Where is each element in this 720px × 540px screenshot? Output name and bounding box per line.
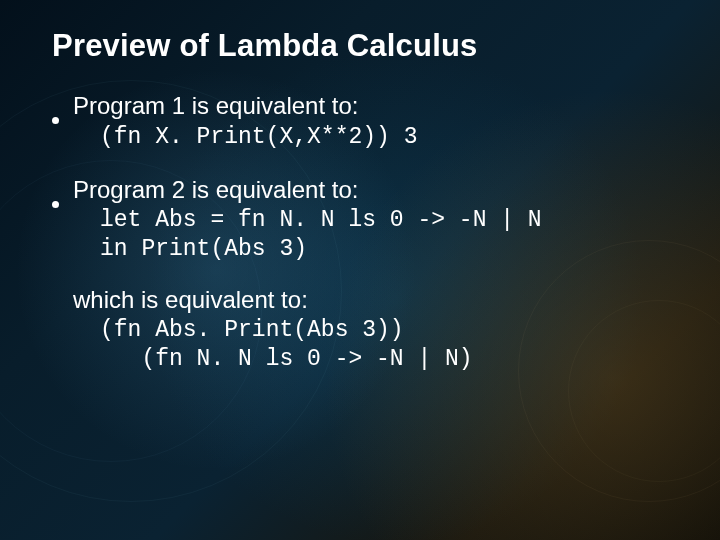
code-block: let Abs = fn N. N ls 0 -> -N | N in Prin…: [100, 206, 672, 264]
bullet-dot-icon: [52, 201, 59, 208]
bullet-text: Program 1 is equivalent to:: [73, 92, 358, 121]
bullet-text: Program 2 is equivalent to:: [73, 176, 358, 205]
slide: Preview of Lambda Calculus Program 1 is …: [0, 0, 720, 540]
code-block: (fn Abs. Print(Abs 3)) (fn N. N ls 0 -> …: [100, 316, 672, 374]
slide-content: Program 1 is equivalent to: (fn X. Print…: [52, 92, 672, 373]
sub-text: which is equivalent to:: [73, 286, 672, 314]
bullet-item: Program 1 is equivalent to:: [52, 92, 672, 121]
code-block: (fn X. Print(X,X**2)) 3: [100, 123, 672, 152]
slide-title: Preview of Lambda Calculus: [52, 28, 672, 64]
bullet-item: Program 2 is equivalent to:: [52, 176, 672, 205]
bullet-dot-icon: [52, 117, 59, 124]
